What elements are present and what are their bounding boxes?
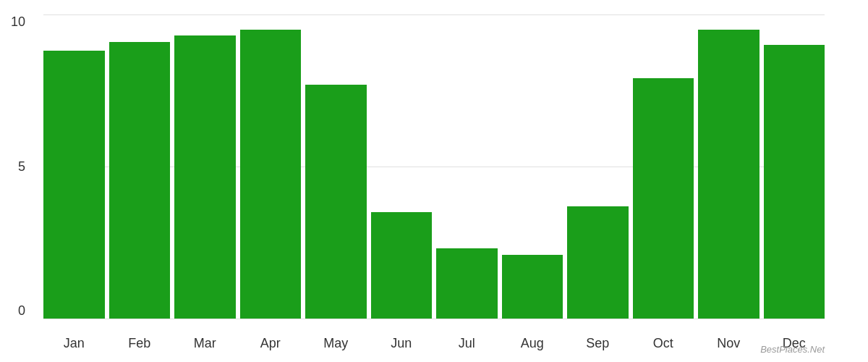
x-labels: JanFebMarAprMayJunJulAugSepOctNovDec xyxy=(43,336,825,351)
x-label-jul: Jul xyxy=(436,336,498,351)
bar-group-feb xyxy=(109,14,171,319)
bar-group-oct xyxy=(633,14,694,319)
bar-feb xyxy=(109,42,171,319)
bar-may xyxy=(305,85,367,319)
gridline-bottom xyxy=(43,319,825,319)
bar-mar xyxy=(174,35,236,319)
y-label-10: 10 xyxy=(11,14,25,30)
bar-dec xyxy=(764,45,825,319)
bar-jun xyxy=(371,212,433,319)
bar-group-aug xyxy=(502,14,563,319)
bar-group-jul xyxy=(436,14,498,319)
bar-apr xyxy=(240,30,302,319)
bar-aug xyxy=(502,255,563,319)
bar-sep xyxy=(567,206,629,319)
x-label-nov: Nov xyxy=(698,336,760,351)
x-label-sep: Sep xyxy=(567,336,629,351)
x-label-jan: Jan xyxy=(43,336,105,351)
watermark: BestPlaces.Net xyxy=(760,344,825,355)
x-label-may: May xyxy=(305,336,367,351)
x-label-mar: Mar xyxy=(174,336,236,351)
bars-row xyxy=(43,14,825,319)
bar-group-sep xyxy=(567,14,629,319)
bar-group-dec xyxy=(764,14,825,319)
bar-group-mar xyxy=(174,14,236,319)
x-label-oct: Oct xyxy=(633,336,694,351)
bar-group-may xyxy=(305,14,367,319)
bar-group-apr xyxy=(240,14,302,319)
bar-group-jan xyxy=(43,14,105,319)
bar-jul xyxy=(436,248,498,319)
y-label-0: 0 xyxy=(11,303,25,319)
x-label-aug: Aug xyxy=(502,336,563,351)
y-axis-labels: 10 5 0 xyxy=(11,14,25,319)
bar-group-jun xyxy=(371,14,433,319)
bar-group-nov xyxy=(698,14,760,319)
chart-container: 10 5 0 JanFebMarAprMayJunJulAugSepOctNov… xyxy=(0,0,868,362)
chart-area: 10 5 0 JanFebMarAprMayJunJulAugSepOctNov… xyxy=(43,14,825,319)
x-label-jun: Jun xyxy=(371,336,433,351)
bar-nov xyxy=(698,30,760,319)
y-label-5: 5 xyxy=(11,159,25,174)
bar-oct xyxy=(633,78,694,319)
x-label-feb: Feb xyxy=(109,336,171,351)
bar-jan xyxy=(43,51,105,319)
x-label-apr: Apr xyxy=(240,336,302,351)
